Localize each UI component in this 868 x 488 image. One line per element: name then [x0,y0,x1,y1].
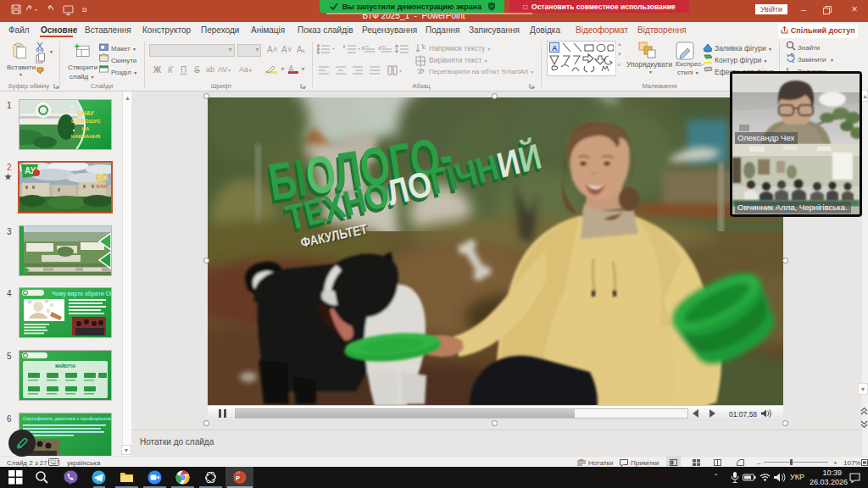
svg-text:A: A [552,44,558,53]
svg-text:НА: НА [82,126,90,131]
svg-text:МАЙБУТНІ: МАЙБУТНІ [55,363,75,369]
svg-text:ТЕРИТ: ТЕРИТ [96,185,108,189]
svg-text:СНАУ: СНАУ [77,110,94,116]
svg-text:Чому варто обрати СНАУ?: Чому варто обрати СНАУ? [52,291,111,297]
svg-text:c: c [792,58,795,64]
svg-text:P: P [236,474,240,482]
svg-text:b: b [791,52,794,58]
svg-text:60: 60 [95,170,108,185]
svg-text:Сертифікати, дипломи з профорі: Сертифікати, дипломи з профорієнтаційної… [23,416,111,421]
svg-text:НАВЧАННЯ: НАВЧАННЯ [71,134,100,139]
